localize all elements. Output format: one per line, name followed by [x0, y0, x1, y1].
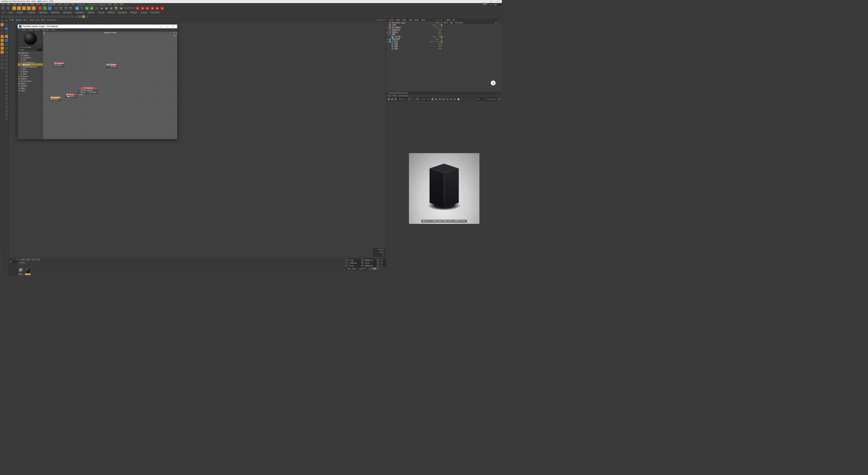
layout-select[interactable]: RS (用户): [489, 3, 501, 6]
coord-zs[interactable]: [364, 264, 376, 267]
menu-file[interactable]: 文件: [1, 3, 5, 6]
sec-1[interactable]: [4, 15, 7, 18]
obj-ico-2[interactable]: [437, 19, 440, 21]
obj-tab-view[interactable]: 查看: [401, 19, 408, 21]
psr-s[interactable]: S: [126, 6, 129, 10]
sg-graph-canvas[interactable]: Shader Graph ↔ ✥ 🔍 RS Material Out Color…: [43, 32, 177, 139]
rv-save-button[interactable]: 💾: [457, 98, 460, 100]
sec-13[interactable]: [47, 15, 50, 18]
sec-5[interactable]: [18, 15, 21, 18]
sec-18[interactable]: [64, 15, 67, 18]
lt1-1[interactable]: [0, 19, 4, 22]
rv-menu-customize[interactable]: Customize: [399, 95, 408, 97]
sec-8[interactable]: [29, 15, 32, 18]
rv-play-button[interactable]: ▶: [391, 98, 394, 100]
lt2-26[interactable]: [5, 117, 8, 120]
rs-btn-4[interactable]: ◉: [150, 6, 155, 11]
tl-start[interactable]: [9, 261, 16, 263]
lt2-24[interactable]: [5, 109, 8, 113]
apply-button[interactable]: 应用: [369, 267, 380, 270]
sec-qr[interactable]: [78, 15, 81, 18]
sg-menu-help[interactable]: Help: [51, 29, 55, 31]
coord-mode1[interactable]: 对象 (相对): [346, 267, 357, 270]
lt2-4[interactable]: [5, 31, 8, 34]
sec-15[interactable]: [54, 15, 57, 18]
menu-plugins[interactable]: 插件: [71, 3, 75, 6]
lt2-16[interactable]: [5, 78, 8, 81]
rs-btn-6[interactable]: ◉: [160, 6, 164, 11]
tree-skin[interactable]: Skin: [22, 68, 26, 70]
lt1-6[interactable]: [0, 39, 4, 42]
lt2-10[interactable]: [5, 54, 8, 58]
lt2-8[interactable]: [5, 46, 8, 50]
viewport-canvas[interactable]: 100 cm 145 F 0 Redshift Shader Graph - R…: [8, 21, 386, 258]
psr-0[interactable]: 0: [132, 6, 135, 10]
mat-tab-func[interactable]: 功能: [31, 258, 35, 261]
attr-ico-1[interactable]: [499, 19, 501, 21]
sec-16[interactable]: [57, 15, 60, 18]
axis-z-button[interactable]: Z: [47, 6, 52, 11]
lt1-5[interactable]: [0, 35, 4, 38]
tree-math[interactable]: Math: [21, 87, 25, 89]
scale-tool[interactable]: ◇: [22, 6, 26, 11]
lt2-23[interactable]: [5, 105, 8, 109]
sec-11[interactable]: [40, 15, 43, 18]
rv-render-button[interactable]: ▦: [387, 98, 390, 100]
obj-tab-tags[interactable]: 标签: [414, 19, 420, 21]
menu-create[interactable]: 创建: [13, 3, 17, 6]
rs-btn-1[interactable]: ◉: [135, 6, 140, 11]
obj-ico-3[interactable]: [440, 19, 442, 21]
menu-realflow[interactable]: RealFlow: [77, 3, 85, 5]
tree-materials[interactable]: Materials: [21, 52, 28, 54]
tab-field-region[interactable]: 区域: [6, 11, 15, 14]
tree-legacy[interactable]: Legacy: [22, 54, 29, 56]
tab-field-data[interactable]: 数据体域: [61, 11, 74, 14]
lt2-2[interactable]: [5, 23, 8, 26]
dock-grip[interactable]: ⠿: [1, 11, 6, 14]
vp-menu-display[interactable]: 显示: [23, 19, 27, 21]
lt2-21[interactable]: [5, 97, 8, 101]
node-rs-texture[interactable]: RS Texture Out Color: [50, 96, 61, 101]
lt2-3[interactable]: [5, 27, 8, 30]
sec-4[interactable]: [15, 15, 18, 18]
sg-menu-view[interactable]: View: [28, 29, 32, 31]
tab-field-transition[interactable]: 迁移体域: [74, 11, 86, 14]
vp-menu-view[interactable]: 查看: [10, 19, 14, 21]
tab-field-cone[interactable]: 圆锥体域: [49, 11, 61, 14]
lt1-4[interactable]: [0, 31, 4, 34]
lt2-15[interactable]: [5, 74, 8, 77]
rv-canvas[interactable]: 微信公众号: 野鹿志 微博: 野鹿志 作者: 马鹿野郎 (1.35x): [386, 101, 502, 276]
lt2-18[interactable]: [5, 86, 8, 89]
render-settings[interactable]: 🎬: [68, 6, 73, 11]
menu-window[interactable]: 窗口: [114, 3, 118, 6]
tree-color[interactable]: Color: [21, 89, 25, 91]
tree-volume[interactable]: Volume: [21, 84, 27, 87]
sec-grip[interactable]: [1, 15, 4, 18]
node-rs-bump[interactable]: RS Bump Map InputOut: [65, 93, 77, 98]
menu-tools[interactable]: 工具: [24, 3, 28, 6]
tree-incandescent[interactable]: Incandescent: [22, 61, 34, 63]
obj-tab-edit[interactable]: 编辑: [395, 19, 401, 21]
cube-primitive[interactable]: ▣: [75, 6, 79, 11]
rs-btn-2[interactable]: ◉: [140, 6, 145, 11]
menu-redshift[interactable]: Redshift: [99, 3, 106, 5]
gear-icon[interactable]: [18, 46, 20, 48]
attr-menu-edit[interactable]: 编辑: [450, 21, 454, 24]
coord-xp[interactable]: [349, 259, 361, 261]
menu-pipeline[interactable]: 流水线: [63, 3, 69, 6]
rv-pass-select[interactable]: Beauty: [397, 98, 407, 100]
sg-close[interactable]: ✕: [170, 25, 176, 28]
tree-environment[interactable]: Environment: [21, 80, 32, 82]
generator-tool[interactable]: ◉: [85, 6, 89, 11]
axis-x-button[interactable]: X: [38, 6, 42, 11]
tab-field-cube[interactable]: 立方体域: [25, 11, 37, 14]
obj-tab-file[interactable]: 文件: [387, 19, 395, 21]
recent-tool[interactable]: ✦: [32, 6, 36, 11]
vp-menu-prorender[interactable]: ProRender: [47, 19, 57, 21]
undo-button[interactable]: ↶: [1, 6, 5, 11]
rv-snow-button[interactable]: ❄: [438, 98, 441, 100]
rv-more-button[interactable]: ▾: [498, 98, 501, 100]
rv-win1-button[interactable]: ▭: [446, 98, 449, 100]
attr-nav[interactable]: ◂ ▸ ↥ ⌂: [495, 22, 501, 24]
menu-mesh[interactable]: 网格: [30, 3, 34, 6]
